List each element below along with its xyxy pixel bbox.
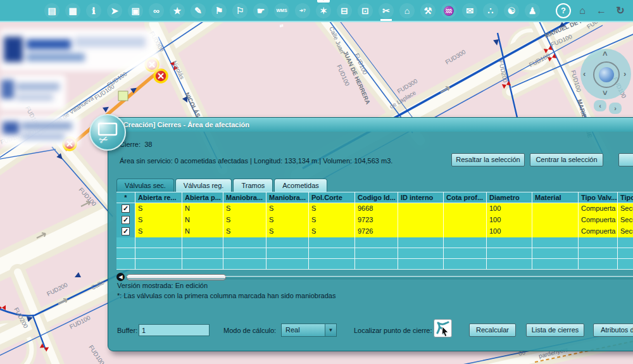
zoom-next-button[interactable]: › [609,103,622,114]
dialog-title[interactable]: [Creación] Cierres - Área de afectación [108,118,633,132]
table-row[interactable] [116,237,633,248]
empty-cell [487,259,532,270]
column-header[interactable]: Cota prof... [444,192,487,203]
empty-cell [266,248,309,259]
back-icon[interactable]: ← [594,3,609,18]
column-header[interactable]: Tipo [618,192,633,203]
favorites-star-icon[interactable]: ★ [170,3,185,18]
row-checkbox[interactable]: ✓ [122,204,130,213]
table-cell [444,203,487,215]
share-network-icon[interactable]: ∴ [483,3,498,18]
modo-select[interactable]: Real ▼ [281,323,337,337]
search-binoculars-icon[interactable]: ∞ [149,3,164,18]
column-header[interactable]: Abierta re... [135,192,182,203]
user-position-icon[interactable]: ♟ [525,3,540,18]
table-row[interactable]: ✓SNSSS9726100CompuertaSecu [116,226,633,237]
table-row[interactable]: ✓SNSSS9723100CompuertaSecu [116,215,633,226]
map-pan-control[interactable]: ˄ ˅ ‹ › [580,49,631,99]
tab-v-lvulas-sec-[interactable]: Válvulas sec. [116,179,174,192]
help-icon[interactable]: ? [556,3,571,18]
column-header[interactable]: Pol.Corte [309,192,355,203]
empty-cell [135,248,182,259]
empty-cell [618,237,633,248]
empty-cell [444,259,487,270]
map-select-icon[interactable]: ☛ [253,3,268,18]
checkbox-cell[interactable]: ✓ [116,203,135,215]
scroll-left-icon[interactable]: ◀ [116,273,125,281]
tab-acometidas[interactable]: Acometidas [274,179,327,192]
version-line: Versión mostrada: En edición [117,282,208,289]
main-toolbar: ▤▦ℹ➤▣∞★✎⚑⚐☛WMS ⇄➔?✶⊟⊡✂⌂⚒♒✉∴☯♟ ?⌂←↻ [0,0,633,22]
legend-table-icon[interactable]: ▦ [65,3,80,18]
wms-icon[interactable]: WMS ⇄ [274,3,289,18]
active-tool-dropdown[interactable]: ✶ [316,3,331,18]
lista-de-cierres-button[interactable]: Lista de cierres [526,323,584,337]
checkbox-cell[interactable]: ✓ [116,215,135,226]
locate-cut-point-button[interactable] [434,319,452,337]
checkbox-cell[interactable]: ✓ [116,226,135,237]
empty-cell [579,248,618,259]
selected-node-marker[interactable] [118,91,128,101]
table-cell: S [309,203,355,215]
tab-v-lvulas-reg-[interactable]: Válvulas reg. [175,179,232,192]
home-view-icon[interactable]: ⌂ [399,3,415,18]
zo-button[interactable]: Zo [618,153,633,166]
resaltar-la-selecci-n-button[interactable]: Resaltar la selección [451,153,525,166]
table-row[interactable] [116,259,633,270]
table-cell: Compuerta [579,215,618,226]
pan-up-icon[interactable]: ˄ [603,49,608,58]
comments-icon[interactable]: ✉ [462,3,477,18]
table-row[interactable]: ✓SNSSS9668100CompuertaSecu [116,203,633,215]
empty-cell [444,237,487,248]
column-header[interactable]: Diametro [487,192,532,203]
empty-cell [444,248,487,259]
centrar-la-selecci-n-button[interactable]: Centrar la selección [530,153,603,166]
edit-icon[interactable]: ✎ [191,3,206,18]
info-icon[interactable]: ℹ [86,3,101,18]
app-root: FUD300FUD100FUD100Calle Juan de Villanue… [0,0,633,364]
tab-tramos[interactable]: Tramos [233,179,273,192]
buffer-input[interactable] [139,324,210,336]
home-icon[interactable]: ⌂ [575,3,590,18]
cut-network-icon[interactable]: ✂ [379,3,394,18]
column-header[interactable]: ID interno [398,192,444,203]
tools-wrench-icon[interactable]: ⚒ [420,3,436,18]
pan-down-icon[interactable]: ˅ [603,88,608,97]
atributos-del-c-button[interactable]: Atributos del C [593,323,633,337]
water-analysis-icon[interactable]: ♒ [441,3,456,18]
print-icon[interactable]: ⊟ [337,3,352,18]
zoom-prev-button[interactable]: ‹ [594,100,606,111]
chevron-down-icon[interactable]: ▼ [325,324,336,336]
column-header[interactable]: Material [532,192,579,203]
empty-cell [182,248,223,259]
map-edit-icon[interactable]: ⚐ [232,3,248,18]
empty-cell [355,259,398,270]
table-hscrollbar[interactable]: ◀ [116,273,633,281]
table-row[interactable] [116,248,633,259]
empty-cell [116,259,135,270]
column-header[interactable]: Maniobra... [266,192,309,203]
logout-icon[interactable]: ↻ [613,3,628,18]
column-header[interactable]: Maniobra... [223,192,266,203]
help-arrows-icon[interactable]: ➔? [295,3,310,18]
empty-cell [398,248,444,259]
row-checkbox[interactable]: ✓ [122,227,130,235]
pipe-icon [99,123,116,135]
recalcular-button[interactable]: Recalcular [469,323,516,337]
copy-view-icon[interactable]: ▣ [128,3,143,18]
column-header[interactable]: * [116,192,135,203]
table-cell [532,215,579,226]
map-note-icon[interactable]: ⚑ [211,3,227,18]
pan-left-icon[interactable]: ‹ [583,69,586,78]
row-checkbox[interactable]: ✓ [122,216,130,224]
empty-cell [355,248,398,259]
empty-cell [398,259,444,270]
select-cursor-icon[interactable]: ➤ [107,3,122,18]
palette-icon[interactable]: ☯ [504,3,519,18]
column-header[interactable]: Codigo Id... [355,192,398,203]
column-header[interactable]: Tipo Valv... [579,192,618,203]
map-icon[interactable]: ▤ [44,3,60,18]
column-header[interactable]: Abierta p... [182,192,223,203]
pan-right-icon[interactable]: › [624,69,626,78]
print-report-icon[interactable]: ⊡ [358,3,373,18]
